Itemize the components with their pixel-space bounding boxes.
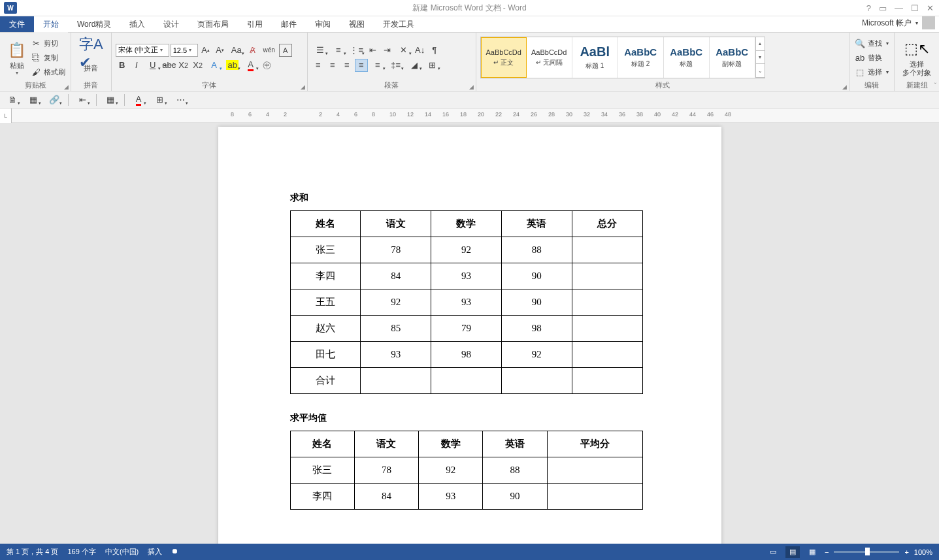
word-count[interactable]: 169 个字	[67, 547, 95, 557]
table-row[interactable]: 合计	[290, 368, 642, 394]
table-cell[interactable]: 88	[483, 457, 547, 484]
table-cell[interactable]: 93	[419, 484, 483, 510]
table-cell[interactable]	[547, 484, 642, 510]
replace-button[interactable]: ab替换	[853, 51, 890, 64]
table-cell[interactable]: 78	[361, 237, 431, 263]
tab-layout[interactable]: 页面布局	[188, 16, 238, 32]
paste-button[interactable]: 📋 粘贴 ▾	[4, 38, 29, 77]
copy-button[interactable]: ⿻复制	[29, 51, 67, 64]
table-cell[interactable]: 84	[361, 263, 431, 289]
table-row[interactable]: 张三789288	[290, 457, 642, 484]
table-cell[interactable]: 85	[361, 316, 431, 342]
table-cell[interactable]	[361, 368, 431, 394]
style-heading1[interactable]: AaBl标题 1	[572, 37, 618, 78]
select-objects-button[interactable]: ⬚↖ 选择多个对象	[898, 37, 935, 78]
minimize-icon[interactable]: —	[895, 3, 903, 13]
paragraph-launcher[interactable]: ◢	[469, 84, 474, 90]
table-cell[interactable]: 84	[354, 484, 418, 510]
sort-button[interactable]: A↓	[414, 44, 427, 57]
zoom-out-button[interactable]: −	[825, 548, 829, 556]
page[interactable]: 求和 姓名语文数学英语总分张三789288李四849390王五929390赵六8…	[218, 127, 721, 544]
table-cell[interactable]: 78	[354, 457, 418, 484]
qat-link-button[interactable]: 🔗▾	[46, 93, 63, 107]
borders-button[interactable]: ⊞▾	[424, 59, 441, 72]
pinyin-button[interactable]: 字A✔ 拼音	[75, 41, 107, 74]
numbering-button[interactable]: ≡▾	[330, 44, 347, 57]
select-button[interactable]: ⬚选择▾	[853, 65, 890, 78]
table-cell[interactable]: 93	[431, 263, 502, 289]
tab-design[interactable]: 设计	[154, 16, 188, 32]
table-cell[interactable]: 王五	[290, 289, 361, 316]
table-sum[interactable]: 姓名语文数学英语总分张三789288李四849390王五929390赵六8579…	[290, 210, 643, 394]
table-header[interactable]: 英语	[501, 211, 572, 237]
collapse-ribbon-button[interactable]: ˇ	[934, 82, 936, 90]
table-row[interactable]: 张三789288	[290, 237, 642, 263]
tab-wordgenie[interactable]: Word精灵	[68, 16, 120, 32]
text-effects-button[interactable]: A▾	[206, 59, 223, 72]
qat-insert-button[interactable]: ▦▾	[102, 93, 119, 107]
tab-home[interactable]: 开始	[34, 16, 68, 32]
table-cell[interactable]: 合计	[290, 368, 361, 394]
table-cell[interactable]: 90	[483, 484, 547, 510]
show-marks-button[interactable]: ¶	[428, 44, 441, 57]
table-cell[interactable]: 79	[431, 316, 502, 342]
tab-review[interactable]: 审阅	[306, 16, 340, 32]
line-spacing-button[interactable]: ‡≡▾	[387, 59, 404, 72]
zoom-slider[interactable]	[834, 551, 899, 553]
phonetic-guide-button[interactable]: wén	[261, 44, 278, 57]
cut-button[interactable]: ✂剪切	[29, 37, 67, 50]
table-header[interactable]: 姓名	[290, 431, 354, 457]
zoom-in-button[interactable]: +	[904, 548, 908, 556]
section1-heading[interactable]: 求和	[290, 192, 650, 204]
style-heading2[interactable]: AaBbC标题 2	[618, 37, 664, 78]
table-row[interactable]: 赵六857998	[290, 316, 642, 342]
qat-file-button[interactable]: 🗎▾	[4, 93, 21, 107]
strike-button[interactable]: abc	[163, 59, 176, 72]
table-cell[interactable]: 李四	[290, 263, 361, 289]
table-header[interactable]: 语文	[361, 211, 431, 237]
macro-icon[interactable]: ⏺	[171, 547, 178, 557]
font-color-button[interactable]: A▾	[242, 59, 259, 72]
tab-insert[interactable]: 插入	[120, 16, 154, 32]
qat-grid-button[interactable]: ⊞▾	[151, 93, 168, 107]
table-cell[interactable]	[572, 237, 642, 263]
gallery-down-button[interactable]: ▾	[756, 51, 765, 65]
table-cell[interactable]	[501, 368, 572, 394]
subscript-button[interactable]: X2	[177, 59, 190, 72]
align-center-button[interactable]: ≡	[326, 59, 339, 72]
table-cell[interactable]	[572, 289, 642, 316]
language-status[interactable]: 中文(中国)	[105, 547, 139, 557]
table-cell[interactable]	[572, 342, 642, 368]
close-icon[interactable]: ✕	[927, 3, 934, 13]
table-average[interactable]: 姓名语文数学英语平均分张三789288李四849390	[290, 431, 643, 510]
table-cell[interactable]: 90	[501, 263, 572, 289]
qat-indent-button[interactable]: ⇤▾	[74, 93, 91, 107]
ribbon-opts-icon[interactable]: ▭	[879, 3, 887, 13]
table-cell[interactable]: 92	[431, 237, 502, 263]
align-left-button[interactable]: ≡	[312, 59, 325, 72]
table-cell[interactable]: 98	[431, 342, 502, 368]
table-cell[interactable]: 90	[501, 289, 572, 316]
view-print-button[interactable]: ▤	[785, 546, 800, 558]
gallery-more-button[interactable]: ⌄	[756, 64, 765, 78]
char-border-button[interactable]: A	[279, 44, 292, 57]
clear-format-button[interactable]: A̷	[246, 44, 259, 57]
change-case-button[interactable]: Aa▾	[228, 44, 245, 57]
table-header[interactable]: 语文	[354, 431, 418, 457]
align-right-button[interactable]: ≡	[340, 59, 354, 72]
gallery-up-button[interactable]: ▴	[756, 37, 765, 51]
table-header[interactable]: 平均分	[547, 431, 642, 457]
increase-indent-button[interactable]: ⇥	[381, 44, 394, 57]
tab-selector[interactable]: L	[0, 108, 12, 123]
font-name-combo[interactable]: 宋体 (中文正▾	[116, 44, 169, 57]
qat-table-button[interactable]: ▦▾	[25, 93, 42, 107]
bullets-button[interactable]: ☰▾	[312, 44, 329, 57]
decrease-indent-button[interactable]: ⇤	[367, 44, 380, 57]
font-size-combo[interactable]: 12.5▾	[171, 44, 198, 57]
table-cell[interactable]: 张三	[290, 237, 361, 263]
asian-layout-button[interactable]: ✕▾	[395, 44, 412, 57]
table-cell[interactable]	[572, 368, 642, 394]
tab-developer[interactable]: 开发工具	[374, 16, 423, 32]
tab-view[interactable]: 视图	[340, 16, 374, 32]
multilevel-button[interactable]: ⋮≡▾	[348, 44, 365, 57]
